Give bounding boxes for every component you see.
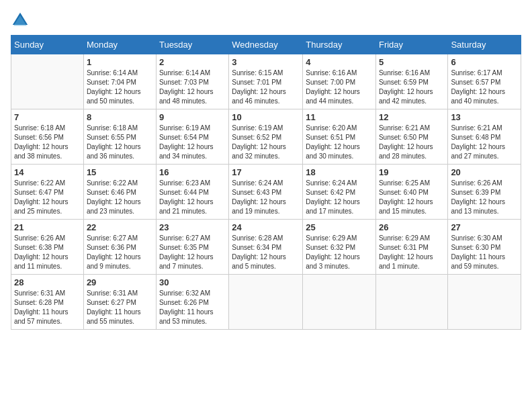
day-number: 14 xyxy=(14,167,81,177)
day-detail: Sunrise: 6:24 AM Sunset: 6:42 PM Dayligh… xyxy=(306,179,373,216)
day-number: 24 xyxy=(232,222,300,232)
day-detail: Sunrise: 6:29 AM Sunset: 6:32 PM Dayligh… xyxy=(306,234,373,271)
day-cell: 6Sunrise: 6:17 AM Sunset: 6:57 PM Daylig… xyxy=(448,54,521,109)
day-detail: Sunrise: 6:18 AM Sunset: 6:55 PM Dayligh… xyxy=(87,124,153,161)
day-detail: Sunrise: 6:15 AM Sunset: 7:01 PM Dayligh… xyxy=(232,68,300,106)
day-number: 7 xyxy=(14,112,81,122)
day-number: 30 xyxy=(159,277,226,287)
day-number: 23 xyxy=(159,222,226,232)
day-number: 9 xyxy=(159,112,226,122)
day-number: 15 xyxy=(87,167,153,177)
day-cell: 23Sunrise: 6:27 AM Sunset: 6:35 PM Dayli… xyxy=(156,220,228,275)
day-number: 22 xyxy=(87,222,153,232)
day-number: 5 xyxy=(379,57,445,67)
day-cell: 21Sunrise: 6:26 AM Sunset: 6:38 PM Dayli… xyxy=(11,220,84,275)
day-number: 18 xyxy=(306,167,373,177)
day-detail: Sunrise: 6:25 AM Sunset: 6:40 PM Dayligh… xyxy=(379,179,445,216)
day-cell: 26Sunrise: 6:29 AM Sunset: 6:31 PM Dayli… xyxy=(375,220,447,275)
day-cell: 19Sunrise: 6:25 AM Sunset: 6:40 PM Dayli… xyxy=(375,165,447,220)
header-tuesday: Tuesday xyxy=(156,36,228,54)
day-detail: Sunrise: 6:27 AM Sunset: 6:36 PM Dayligh… xyxy=(87,234,153,271)
day-detail: Sunrise: 6:28 AM Sunset: 6:34 PM Dayligh… xyxy=(232,234,300,271)
day-number: 11 xyxy=(306,112,373,122)
day-detail: Sunrise: 6:19 AM Sunset: 6:54 PM Dayligh… xyxy=(159,124,226,161)
day-detail: Sunrise: 6:16 AM Sunset: 7:00 PM Dayligh… xyxy=(306,68,373,106)
day-detail: Sunrise: 6:29 AM Sunset: 6:31 PM Dayligh… xyxy=(379,234,445,271)
week-row-2: 7Sunrise: 6:18 AM Sunset: 6:56 PM Daylig… xyxy=(11,109,521,165)
day-detail: Sunrise: 6:31 AM Sunset: 6:28 PM Dayligh… xyxy=(14,289,81,326)
day-detail: Sunrise: 6:18 AM Sunset: 6:56 PM Dayligh… xyxy=(14,124,81,161)
day-detail: Sunrise: 6:14 AM Sunset: 7:04 PM Dayligh… xyxy=(87,68,153,106)
day-cell: 13Sunrise: 6:21 AM Sunset: 6:48 PM Dayli… xyxy=(448,109,521,165)
day-number: 26 xyxy=(379,222,445,232)
day-cell xyxy=(303,275,376,330)
day-cell: 7Sunrise: 6:18 AM Sunset: 6:56 PM Daylig… xyxy=(11,109,84,165)
day-header-row: SundayMondayTuesdayWednesdayThursdayFrid… xyxy=(11,36,521,54)
day-detail: Sunrise: 6:26 AM Sunset: 6:39 PM Dayligh… xyxy=(451,179,518,216)
day-detail: Sunrise: 6:17 AM Sunset: 6:57 PM Dayligh… xyxy=(451,68,518,106)
day-number: 4 xyxy=(306,57,373,67)
day-cell: 28Sunrise: 6:31 AM Sunset: 6:28 PM Dayli… xyxy=(11,275,84,330)
header-wednesday: Wednesday xyxy=(229,36,303,54)
day-detail: Sunrise: 6:31 AM Sunset: 6:27 PM Dayligh… xyxy=(87,289,153,326)
day-cell: 16Sunrise: 6:23 AM Sunset: 6:44 PM Dayli… xyxy=(156,165,228,220)
day-detail: Sunrise: 6:23 AM Sunset: 6:44 PM Dayligh… xyxy=(159,179,226,216)
logo-icon xyxy=(11,11,30,30)
day-cell: 12Sunrise: 6:21 AM Sunset: 6:50 PM Dayli… xyxy=(375,109,447,165)
day-cell: 15Sunrise: 6:22 AM Sunset: 6:46 PM Dayli… xyxy=(83,165,156,220)
day-detail: Sunrise: 6:26 AM Sunset: 6:38 PM Dayligh… xyxy=(14,234,81,271)
day-number: 21 xyxy=(14,222,81,232)
day-detail: Sunrise: 6:16 AM Sunset: 6:59 PM Dayligh… xyxy=(379,68,445,106)
day-cell: 18Sunrise: 6:24 AM Sunset: 6:42 PM Dayli… xyxy=(303,165,376,220)
header-sunday: Sunday xyxy=(11,36,84,54)
logo xyxy=(11,11,32,30)
header-monday: Monday xyxy=(83,36,156,54)
day-number: 25 xyxy=(306,222,373,232)
day-cell: 3Sunrise: 6:15 AM Sunset: 7:01 PM Daylig… xyxy=(229,54,303,109)
day-number: 28 xyxy=(14,277,81,287)
page-header xyxy=(11,11,521,30)
day-cell xyxy=(375,275,447,330)
day-detail: Sunrise: 6:27 AM Sunset: 6:35 PM Dayligh… xyxy=(159,234,226,271)
day-detail: Sunrise: 6:21 AM Sunset: 6:50 PM Dayligh… xyxy=(379,124,445,161)
week-row-3: 14Sunrise: 6:22 AM Sunset: 6:47 PM Dayli… xyxy=(11,165,521,220)
calendar-table: SundayMondayTuesdayWednesdayThursdayFrid… xyxy=(11,35,521,330)
day-cell: 30Sunrise: 6:32 AM Sunset: 6:26 PM Dayli… xyxy=(156,275,228,330)
day-detail: Sunrise: 6:21 AM Sunset: 6:48 PM Dayligh… xyxy=(451,124,518,161)
day-number: 27 xyxy=(451,222,518,232)
day-detail: Sunrise: 6:24 AM Sunset: 6:43 PM Dayligh… xyxy=(232,179,300,216)
week-row-1: 1Sunrise: 6:14 AM Sunset: 7:04 PM Daylig… xyxy=(11,54,521,109)
day-cell: 10Sunrise: 6:19 AM Sunset: 6:52 PM Dayli… xyxy=(229,109,303,165)
week-row-5: 28Sunrise: 6:31 AM Sunset: 6:28 PM Dayli… xyxy=(11,275,521,330)
day-cell: 11Sunrise: 6:20 AM Sunset: 6:51 PM Dayli… xyxy=(303,109,376,165)
header-thursday: Thursday xyxy=(303,36,376,54)
day-cell: 14Sunrise: 6:22 AM Sunset: 6:47 PM Dayli… xyxy=(11,165,84,220)
day-number: 19 xyxy=(379,167,445,177)
day-number: 1 xyxy=(87,57,153,67)
day-detail: Sunrise: 6:30 AM Sunset: 6:30 PM Dayligh… xyxy=(451,234,518,271)
header-saturday: Saturday xyxy=(448,36,521,54)
day-detail: Sunrise: 6:22 AM Sunset: 6:47 PM Dayligh… xyxy=(14,179,81,216)
day-number: 20 xyxy=(451,167,518,177)
day-cell xyxy=(448,275,521,330)
day-number: 6 xyxy=(451,57,518,67)
day-detail: Sunrise: 6:14 AM Sunset: 7:03 PM Dayligh… xyxy=(159,68,226,106)
day-number: 2 xyxy=(159,57,226,67)
day-cell: 9Sunrise: 6:19 AM Sunset: 6:54 PM Daylig… xyxy=(156,109,228,165)
day-number: 3 xyxy=(232,57,300,67)
day-number: 10 xyxy=(232,112,300,122)
day-number: 29 xyxy=(87,277,153,287)
day-number: 17 xyxy=(232,167,300,177)
day-cell: 22Sunrise: 6:27 AM Sunset: 6:36 PM Dayli… xyxy=(83,220,156,275)
day-cell xyxy=(229,275,303,330)
day-cell: 17Sunrise: 6:24 AM Sunset: 6:43 PM Dayli… xyxy=(229,165,303,220)
day-cell: 29Sunrise: 6:31 AM Sunset: 6:27 PM Dayli… xyxy=(83,275,156,330)
day-cell: 4Sunrise: 6:16 AM Sunset: 7:00 PM Daylig… xyxy=(303,54,376,109)
day-cell: 20Sunrise: 6:26 AM Sunset: 6:39 PM Dayli… xyxy=(448,165,521,220)
day-detail: Sunrise: 6:19 AM Sunset: 6:52 PM Dayligh… xyxy=(232,124,300,161)
day-cell: 27Sunrise: 6:30 AM Sunset: 6:30 PM Dayli… xyxy=(448,220,521,275)
day-cell: 8Sunrise: 6:18 AM Sunset: 6:55 PM Daylig… xyxy=(83,109,156,165)
day-detail: Sunrise: 6:20 AM Sunset: 6:51 PM Dayligh… xyxy=(306,124,373,161)
day-cell: 1Sunrise: 6:14 AM Sunset: 7:04 PM Daylig… xyxy=(83,54,156,109)
day-number: 13 xyxy=(451,112,518,122)
